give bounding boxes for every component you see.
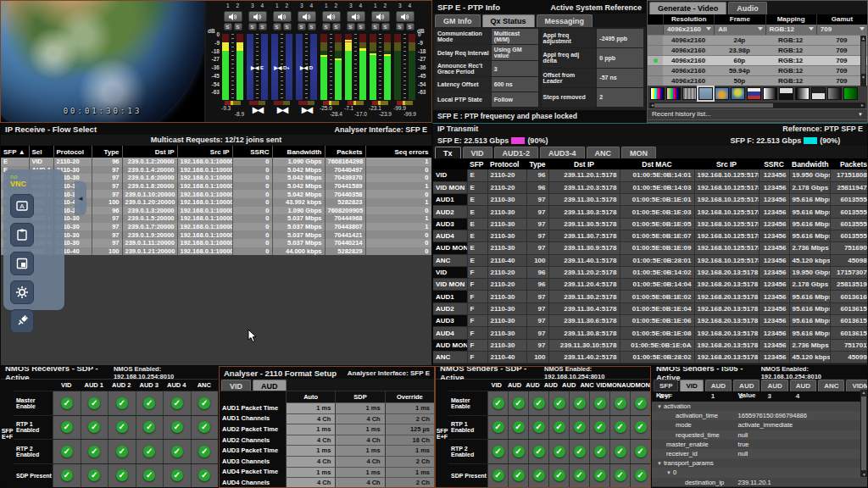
transmit-flow-row[interactable]: AUD1F2110-3097239.11.30.2:517801:00:5E:0… [433, 291, 868, 302]
pattern-thumb-100-bars[interactable] [650, 87, 665, 100]
format-value-cell[interactable]: 1 ms [286, 402, 335, 413]
tree-row-master-enable[interactable]: master_enabletrue [652, 440, 867, 449]
pattern-thumb-zone-plate-1[interactable] [715, 87, 729, 100]
disconnect-button[interactable] [10, 309, 34, 333]
status-cell-rtp-1-enabled-vid[interactable]: ✓ [53, 416, 81, 440]
solo-button[interactable]: S [259, 23, 267, 30]
format-value-cell[interactable]: 4 Ch [335, 477, 384, 488]
column-header-mapping[interactable]: Mapping [765, 14, 816, 25]
status-cell-master-enable-aud-2[interactable]: ✓ [528, 391, 548, 415]
solo-button[interactable]: S [248, 23, 257, 30]
column-header-protocol[interactable]: Protocol [53, 146, 92, 158]
format-value-cell[interactable]: 1 ms [335, 402, 384, 413]
status-cell-sdp-present-aud-3[interactable]: ✓ [548, 464, 569, 488]
tab-aud1-2[interactable]: AUD1-2 [494, 147, 539, 158]
format-value-cell[interactable]: 1 ms [335, 445, 384, 456]
tab-aud3-4[interactable]: AUD3-4 [540, 147, 585, 158]
status-cell-sdp-present-vid[interactable]: ✓ [53, 464, 81, 488]
column-header-packets[interactable]: Packets [830, 158, 868, 169]
status-cell-rtp-1-enabled-aud-3[interactable]: ✓ [548, 416, 569, 440]
status-cell-master-enable-vid[interactable]: ✓ [487, 391, 508, 415]
status-cell-master-enable-aud-1[interactable]: ✓ [508, 391, 528, 415]
column-header-ssrc[interactable]: SSRC [759, 158, 789, 169]
solo-button[interactable]: S [298, 23, 306, 30]
tab-anc[interactable]: ANC [818, 380, 844, 391]
format-value-cell[interactable]: 2 Ch [385, 477, 434, 488]
status-cell-master-enable-vidmon[interactable]: ✓ [609, 391, 630, 415]
status-cell-rtp-2-enabled-vid[interactable]: ✓ [53, 440, 81, 463]
column-header-ssrc[interactable]: SSRC [232, 146, 272, 158]
solo-button[interactable]: S [396, 23, 404, 30]
status-cell-rtp-1-enabled-aud-2[interactable]: ✓ [108, 416, 136, 440]
transmit-flow-row[interactable]: AUD MONE2110-3097239.11.30.9:517801:00:5… [433, 242, 868, 254]
status-cell-rtp-1-enabled-aud-2[interactable]: ✓ [528, 416, 548, 440]
tree-row-receiver-id[interactable]: receiver_idnull [652, 449, 867, 458]
format-value-cell[interactable]: 125 µs [385, 424, 434, 435]
pattern-thumb-75-bars[interactable] [666, 87, 681, 100]
status-cell-rtp-2-enabled-aud-1[interactable]: ✓ [81, 440, 108, 463]
tree-row-transport-params[interactable]: ▼transport_params [652, 458, 867, 468]
transmit-flow-row[interactable]: AUD3F2110-3097239.11.30.6:517801:00:5E:0… [433, 315, 868, 327]
status-cell-rtp-1-enabled-aud-1[interactable]: ✓ [81, 416, 108, 440]
status-cell-sdp-present-aud-2[interactable]: ✓ [108, 464, 136, 488]
tree-row-0[interactable]: ▼0 [652, 468, 867, 477]
format-value-cell[interactable]: 1 ms [335, 467, 384, 478]
solo-button[interactable]: S [283, 23, 292, 30]
generate-standard-row[interactable]: 4096x216059.94pRGB:12709 [648, 65, 867, 75]
tree-expand-icon[interactable]: ▼ [657, 402, 664, 411]
status-cell-sdp-present-aud-3[interactable]: ✓ [136, 464, 164, 488]
mute-button[interactable] [298, 11, 316, 22]
mute-button[interactable] [322, 11, 341, 22]
pattern-horizontal-scrollbar[interactable]: ◄ ► [649, 103, 865, 108]
column-header-protocol[interactable]: Protocol [487, 158, 526, 169]
scrollbar-thumb[interactable] [861, 396, 866, 470]
generate-standard-row[interactable]: 4096x216050pRGB:12709 [648, 75, 867, 86]
column-header-dst-ip[interactable]: Dst IP [122, 146, 177, 158]
column-header-src-ip[interactable]: Src IP [177, 146, 232, 158]
tree-row-mode[interactable]: modeactivate_immediate [652, 420, 867, 430]
status-cell-rtp-2-enabled-aud-4[interactable]: ✓ [163, 440, 191, 463]
status-cell-sdp-present-vid[interactable]: ✓ [487, 464, 508, 488]
tab-aud-4[interactable]: AUD 4 [790, 380, 816, 391]
status-cell-rtp-2-enabled-vidmon[interactable]: ✓ [609, 440, 630, 463]
format-value-cell[interactable]: 1 ms [286, 424, 335, 435]
column-header-sfp[interactable]: SFP ▲ [1, 146, 29, 158]
solo-button[interactable]: S [406, 23, 415, 30]
status-cell-master-enable-anc[interactable]: ✓ [589, 391, 609, 415]
filter-dropdown-gamut[interactable]: 709 [816, 25, 867, 35]
status-cell-rtp-1-enabled-aud-4[interactable]: ✓ [163, 416, 191, 440]
pattern-thumb-tricolor-field[interactable] [747, 87, 761, 100]
status-cell-rtp-1-enabled-aud-3[interactable]: ✓ [136, 416, 164, 440]
filter-dropdown-resolution[interactable]: 4096x2160 [663, 25, 714, 35]
column-header-dst-ip[interactable]: Dst IP [548, 158, 620, 169]
status-cell-rtp-1-enabled-anc[interactable]: ✓ [191, 416, 219, 440]
tree-row-activation[interactable]: ▼activation [652, 402, 867, 411]
transmit-flow-row[interactable]: ANCE2110-40100239.11.40.1:517801:00:5E:0… [433, 254, 868, 266]
scroll-right-icon[interactable]: ► [860, 103, 865, 108]
settings-button[interactable] [10, 280, 34, 304]
transmit-flow-row[interactable]: AUD4F2110-3097239.11.30.8:517801:00:5E:0… [433, 327, 868, 339]
status-cell-sdp-present-anc[interactable]: ✓ [191, 464, 219, 488]
filter-dropdown-mapping[interactable]: RGB:12 [765, 25, 816, 35]
format-value-cell[interactable]: 1 ms [286, 467, 335, 478]
transmit-flow-row[interactable]: VID MONF2110-2096239.11.20.4:517801:00:5… [433, 279, 868, 291]
solo-button[interactable]: S [234, 23, 242, 30]
status-cell-rtp-2-enabled-aud-1[interactable]: ✓ [508, 440, 528, 463]
column-header-bandwidth[interactable]: Bandwidth [789, 158, 830, 169]
status-cell-master-enable-aud-4[interactable]: ✓ [569, 391, 589, 415]
video-preview[interactable]: 00:01:30:13 [1, 1, 206, 122]
format-value-cell[interactable]: 4 Ch [286, 456, 335, 467]
tree-row-activation-time[interactable]: activation_time1655976150:696794886 [652, 411, 867, 420]
status-cell-sdp-present-aud-4[interactable]: ✓ [163, 464, 191, 488]
mute-button[interactable] [224, 11, 242, 22]
transmit-flow-row[interactable]: VID MONE2110-2096239.11.20.3:517801:00:5… [433, 181, 868, 193]
status-cell-rtp-2-enabled-anc[interactable]: ✓ [589, 440, 609, 463]
transmit-flow-row[interactable]: ANCF2110-40100239.11.40.2:517801:00:5E:0… [433, 351, 868, 363]
format-value-cell[interactable]: 4 Ch [286, 435, 335, 446]
solo-button[interactable]: S [357, 23, 365, 30]
status-cell-master-enable-audmon[interactable]: ✓ [630, 391, 650, 415]
status-cell-rtp-2-enabled-aud-4[interactable]: ✓ [569, 440, 589, 463]
tab-mon[interactable]: MON [621, 147, 656, 158]
status-cell-sdp-present-audmon[interactable]: ✓ [630, 464, 650, 488]
status-cell-rtp-2-enabled-vid[interactable]: ✓ [487, 440, 508, 463]
